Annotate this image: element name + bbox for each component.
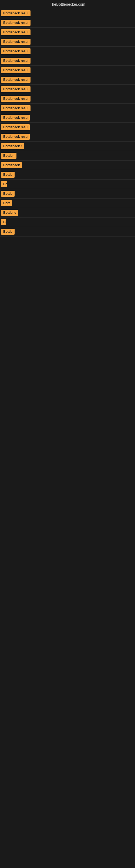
- result-row[interactable]: Bo: [0, 180, 135, 189]
- result-row[interactable]: Bottleneck resul: [0, 94, 135, 104]
- result-row[interactable]: Bottleneck resul: [0, 9, 135, 18]
- result-row[interactable]: Bottleneck resul: [0, 104, 135, 113]
- bottleneck-badge[interactable]: B: [1, 219, 6, 225]
- bottleneck-badge[interactable]: Bottleneck resul: [1, 77, 31, 83]
- bottleneck-badge[interactable]: Bottleneck resul: [1, 39, 31, 45]
- result-row[interactable]: Bott: [0, 198, 135, 208]
- bottleneck-badge[interactable]: Bo: [1, 181, 7, 187]
- result-row[interactable]: Bottleneck resul: [0, 46, 135, 56]
- site-title: TheBottlenecker.com: [0, 0, 135, 9]
- bottleneck-badge[interactable]: Bottleneck resul: [1, 86, 31, 92]
- bottleneck-badge[interactable]: Bottleneck resul: [1, 105, 31, 111]
- bottleneck-badge[interactable]: Bottle: [1, 229, 14, 235]
- bottleneck-badge[interactable]: Bottlene: [1, 210, 18, 216]
- result-row[interactable]: Bottleneck r: [0, 142, 135, 151]
- bottleneck-badge[interactable]: Bottleneck r: [1, 143, 24, 149]
- result-row[interactable]: Bottleneck resul: [0, 18, 135, 28]
- result-row[interactable]: Bottlen: [0, 151, 135, 161]
- bottleneck-badge[interactable]: Bottleneck resul: [1, 58, 31, 64]
- result-row[interactable]: Bottleneck resul: [0, 85, 135, 94]
- result-row[interactable]: Bottleneck resul: [0, 66, 135, 75]
- bottleneck-badge[interactable]: Bottleneck resul: [1, 48, 31, 54]
- result-row[interactable]: Bottleneck resul: [0, 75, 135, 85]
- bottleneck-badge[interactable]: Bottleneck resul: [1, 29, 31, 35]
- result-row[interactable]: Bottle: [0, 170, 135, 180]
- bottleneck-badge[interactable]: Bottle: [1, 172, 14, 178]
- bottleneck-badge[interactable]: Bottleneck resu: [1, 124, 30, 130]
- bottleneck-badge[interactable]: Bottleneck resul: [1, 20, 31, 26]
- result-row[interactable]: Bottlene: [0, 208, 135, 218]
- bottleneck-badge[interactable]: Bottleneck resul: [1, 10, 31, 16]
- bottleneck-badge[interactable]: Bottlen: [1, 153, 16, 159]
- result-row[interactable]: Bottleneck: [0, 161, 135, 170]
- result-row[interactable]: Bottleneck resu: [0, 113, 135, 123]
- result-row[interactable]: Bottleneck resul: [0, 28, 135, 37]
- result-row[interactable]: Bottleneck resu: [0, 123, 135, 132]
- result-row[interactable]: B: [0, 218, 135, 227]
- result-row[interactable]: Bottleneck resul: [0, 37, 135, 46]
- bottleneck-badge[interactable]: Bottleneck resu: [1, 134, 30, 140]
- result-row[interactable]: Bottle: [0, 227, 135, 237]
- result-row[interactable]: Bottleneck resul: [0, 56, 135, 66]
- result-row[interactable]: Bottleneck resu: [0, 132, 135, 142]
- bottleneck-badge[interactable]: Bottleneck resul: [1, 96, 31, 102]
- bottleneck-badge[interactable]: Bottle: [1, 191, 14, 197]
- page-wrapper: TheBottlenecker.com Bottleneck resulBott…: [0, 0, 135, 237]
- results-list: Bottleneck resulBottleneck resulBottlene…: [0, 9, 135, 237]
- bottleneck-badge[interactable]: Bottleneck resul: [1, 67, 31, 73]
- result-row[interactable]: Bottle: [0, 189, 135, 198]
- bottleneck-badge[interactable]: Bott: [1, 200, 12, 206]
- bottleneck-badge[interactable]: Bottleneck: [1, 162, 22, 168]
- bottleneck-badge[interactable]: Bottleneck resu: [1, 115, 30, 121]
